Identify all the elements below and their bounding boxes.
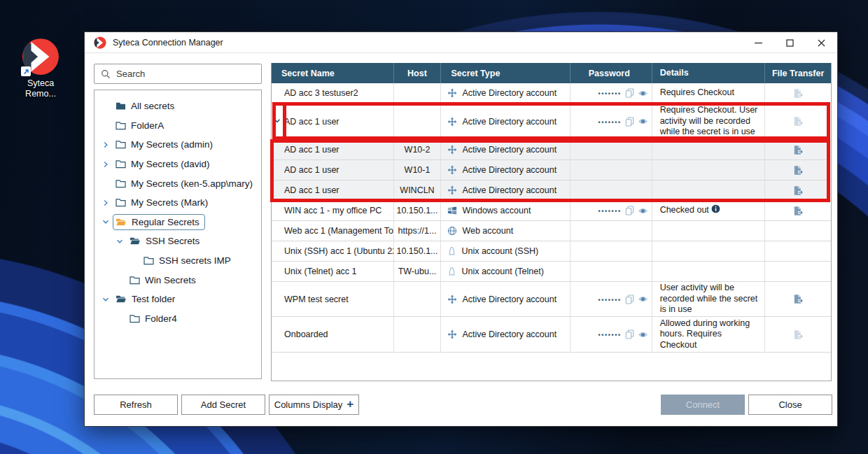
reveal-password-icon[interactable]: [638, 207, 648, 215]
folder-outline-icon: [130, 276, 140, 285]
chevron-down-icon[interactable]: [115, 236, 127, 246]
connect-button[interactable]: Connect: [661, 395, 745, 415]
desktop-shortcut-label: Syteca Remo...: [10, 78, 71, 99]
password-mask: •••••••: [598, 89, 621, 97]
secret-type-label: Active Directory account: [462, 295, 556, 304]
tree-item-label: Regular Secrets: [132, 217, 200, 227]
table-row-unix-telnet-acc-1-8[interactable]: Unix (Telnet) acc 1TW-ubu...Unix account…: [272, 262, 831, 282]
chevron-down-icon[interactable]: [101, 217, 113, 227]
secret-type-label: Active Directory account: [462, 165, 556, 175]
secret-type-label: Windows account: [462, 206, 531, 215]
table-row-wpm-test-secret-9[interactable]: WPM test secretActive Directory account•…: [272, 282, 831, 317]
table-empty-area: [272, 353, 831, 380]
chevron-down-icon[interactable]: [101, 295, 113, 304]
tree-item-ssh-secrets-imp[interactable]: SSH secrets IMP: [94, 251, 261, 271]
close-button[interactable]: Close: [748, 395, 832, 415]
secret-name: WIN acc 1 - my office PC: [284, 206, 393, 215]
add-secret-button[interactable]: Add Secret: [181, 395, 265, 415]
table-row-win-acc-1-my-office-pc-5[interactable]: WIN acc 1 - my office PC10.150.1...Windo…: [272, 201, 831, 221]
secret-name: AD acc 1 user: [284, 185, 393, 195]
secret-name: Onboarded: [284, 329, 393, 339]
tree-item-foldera[interactable]: FolderA: [94, 116, 261, 136]
file-transfer-icon[interactable]: [792, 145, 804, 155]
column-header-secret-type[interactable]: Secret Type: [440, 63, 570, 83]
reveal-password-icon[interactable]: [638, 295, 648, 303]
info-icon[interactable]: [709, 206, 720, 215]
folder-outline-icon: [144, 256, 154, 265]
tree-item-win-secrets[interactable]: Win Secrets: [94, 270, 261, 290]
secret-name: AD acc 1 user: [284, 145, 393, 155]
secrets-table: Secret Name Host Secret Type Password De…: [271, 63, 832, 381]
column-header-password[interactable]: Password: [570, 63, 652, 83]
copy-password-icon[interactable]: [625, 295, 634, 304]
tree-item-my-secrets-ken-5-app-mary[interactable]: My Secrets (ken-5.app\mary): [94, 173, 261, 193]
secret-type-label: Active Directory account: [462, 88, 556, 98]
refresh-button[interactable]: Refresh: [94, 395, 178, 415]
tree-item-my-secrets-mark[interactable]: My Secrets (Mark): [94, 193, 261, 213]
table-row-ad-acc-3-testuser2-0[interactable]: AD acc 3 testuser2Active Directory accou…: [272, 83, 831, 104]
columns-display-button[interactable]: Columns Display+: [269, 395, 359, 415]
desktop-shortcut-syteca[interactable]: Syteca Remo...: [10, 38, 71, 99]
column-header-host[interactable]: Host: [393, 63, 441, 83]
column-header-file-transfer[interactable]: File Transfer: [764, 63, 831, 83]
tree-item-label: My Secrets (Mark): [131, 197, 208, 208]
tree-item-my-secrets-david[interactable]: My Secrets (david): [94, 155, 261, 174]
unix-icon: [447, 267, 456, 276]
secret-type-label: Active Directory account: [462, 145, 556, 155]
table-row-ad-acc-1-user-4[interactable]: AD acc 1 userWINCLNActive Directory acco…: [272, 180, 831, 201]
column-header-details[interactable]: Details: [652, 63, 765, 83]
copy-password-icon[interactable]: [625, 117, 634, 127]
table-row-ad-acc-1-user-2[interactable]: AD acc 1 userW10-2Active Directory accou…: [272, 140, 831, 160]
chevron-right-icon[interactable]: [101, 159, 113, 169]
web-icon: [447, 226, 457, 236]
table-row-web-acc-1-management-too-6[interactable]: Web acc 1 (Management Toohttps://1...Web…: [272, 221, 831, 241]
chevron-right-icon[interactable]: [101, 140, 113, 150]
file-transfer-icon[interactable]: [792, 294, 804, 304]
app-logo-icon: [94, 36, 106, 49]
tree-item-test-folder[interactable]: Test folder: [94, 290, 261, 309]
maximize-button[interactable]: [774, 32, 806, 53]
secret-type-label: Active Directory account: [462, 185, 556, 195]
reveal-password-icon[interactable]: [638, 90, 648, 97]
search-input[interactable]: [116, 69, 261, 79]
reveal-password-icon[interactable]: [638, 118, 648, 125]
copy-password-icon[interactable]: [625, 88, 634, 98]
secret-type-label: Active Directory account: [462, 117, 556, 127]
unix-icon: [447, 246, 456, 256]
secret-name: Unix (SSH) acc 1 (Ubuntu 22.0: [284, 246, 393, 256]
file-transfer-icon[interactable]: [792, 185, 804, 196]
folder-outline-icon: [130, 314, 140, 323]
table-row-unix-ssh-acc-1-ubuntu-22-0-7[interactable]: Unix (SSH) acc 1 (Ubuntu 22.010.150.1...…: [272, 241, 831, 262]
copy-password-icon[interactable]: [625, 206, 634, 215]
host-value: TW-ubu...: [398, 267, 437, 276]
reveal-password-icon[interactable]: [638, 331, 648, 339]
secret-name: WPM test secret: [284, 295, 393, 304]
secret-name: AD acc 1 user: [284, 165, 393, 175]
table-row-onboarded-10[interactable]: OnboardedActive Directory account•••••••…: [272, 317, 831, 353]
title-bar[interactable]: Syteca Connection Manager: [85, 32, 837, 53]
host-value: https://1...: [398, 226, 437, 236]
chevron-right-icon[interactable]: [101, 198, 113, 208]
tree-item-ssh-secrets[interactable]: SSH Secrets: [94, 232, 261, 251]
tree-item-label: My Secrets (admin): [131, 139, 213, 150]
table-row-ad-acc-1-user-1[interactable]: AD acc 1 userActive Directory account•••…: [272, 104, 831, 140]
minimize-button[interactable]: [743, 32, 774, 53]
folder-open-blue-icon: [115, 295, 127, 304]
tree-item-all-secrets[interactable]: All secrets: [94, 97, 261, 116]
tree-item-folder4[interactable]: Folder4: [94, 309, 261, 329]
details-text: Checked out: [660, 205, 709, 215]
close-window-button[interactable]: [806, 32, 837, 53]
folder-open-yellow-icon: [115, 218, 127, 227]
secret-name: Web acc 1 (Management Too: [284, 226, 393, 236]
tree-item-label: SSH Secrets: [146, 236, 200, 246]
tree-item-my-secrets-admin[interactable]: My Secrets (admin): [94, 135, 261, 155]
file-transfer-icon[interactable]: [792, 165, 804, 176]
table-row-ad-acc-1-user-3[interactable]: AD acc 1 userW10-1Active Directory accou…: [272, 160, 831, 180]
search-input-wrapper: [94, 64, 262, 84]
copy-password-icon[interactable]: [625, 329, 634, 339]
row-expand-chevron-icon[interactable]: [272, 115, 282, 127]
column-header-secret-name[interactable]: Secret Name: [272, 63, 393, 83]
file-transfer-icon[interactable]: [792, 206, 804, 216]
tree-item-regular-secrets[interactable]: Regular Secrets: [94, 213, 261, 232]
details-text: Allowed during working hours. Requires C…: [660, 318, 750, 350]
